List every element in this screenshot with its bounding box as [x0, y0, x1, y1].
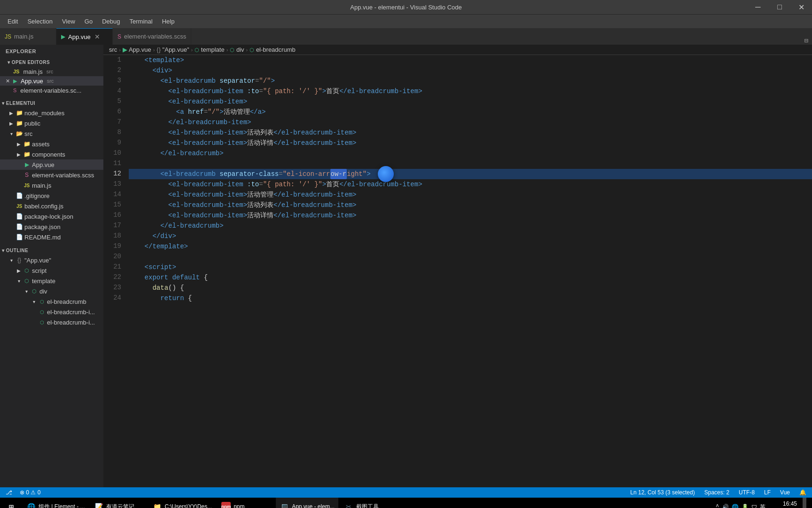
- js-icon: JS: [13, 69, 19, 74]
- file-icon: 📄: [15, 222, 23, 231]
- spacer: [8, 233, 15, 241]
- line-numbers: 1 2 3 4 5 6 7 8 9 10 11 12 13 14 15 16 1…: [103, 55, 127, 487]
- menu-item-debug[interactable]: Debug: [98, 16, 124, 27]
- close-icon-app[interactable]: ✕: [4, 77, 11, 85]
- menu-item-go[interactable]: Go: [81, 16, 96, 27]
- status-position[interactable]: Ln 12, Col 53 (3 selected): [628, 489, 696, 496]
- tray-volume-icon[interactable]: 🔊: [722, 504, 729, 508]
- sidebar-item-package-lock[interactable]: 📄 package-lock.json: [0, 211, 103, 222]
- sidebar-item-public[interactable]: ▶ 📁 public: [0, 118, 103, 128]
- minimize-button[interactable]: ─: [747, 0, 769, 14]
- sidebar-item-gitignore[interactable]: 📄 .gitignore: [0, 190, 103, 201]
- close-icon-scss[interactable]: [4, 87, 11, 94]
- menubar: Edit Selection View Go Debug Terminal He…: [0, 14, 812, 28]
- vue-icon: ▶: [13, 78, 17, 84]
- outline-item-app[interactable]: ▾ {} "App.vue": [0, 255, 103, 265]
- status-line-ending[interactable]: LF: [762, 489, 773, 496]
- sidebar-item-assets[interactable]: ▶ 📁 assets: [0, 139, 103, 149]
- sidebar-item-main-js[interactable]: JS main.js: [0, 180, 103, 190]
- taskbar-item-snipping[interactable]: ✂ 截图工具: [340, 498, 397, 508]
- tab-main-js-label: main.js: [14, 33, 33, 40]
- sidebar-item-element-scss[interactable]: S element-variables.scss: [0, 170, 103, 180]
- sidebar-item-components[interactable]: ▶ 📁 components: [0, 149, 103, 159]
- outline-item-el-breadcrumb[interactable]: ▾ ⬡ el-breadcrumb: [0, 296, 103, 307]
- outline-script-label: script: [32, 267, 47, 274]
- taskbar-item-youdao[interactable]: 📝 有道云笔记: [90, 498, 147, 508]
- tray-battery-icon[interactable]: 🔋: [742, 504, 749, 508]
- breadcrumb-app-vue[interactable]: ▶ App.vue: [123, 46, 151, 53]
- code-line-2: <div>: [129, 65, 812, 76]
- npm-icon: npm: [221, 502, 231, 508]
- package-lock-label: package-lock.json: [24, 213, 73, 220]
- system-clock[interactable]: 16:45 2019/7/6: [771, 500, 801, 508]
- status-encoding[interactable]: UTF-8: [737, 489, 757, 496]
- sidebar-item-package[interactable]: 📄 package.json: [0, 222, 103, 232]
- status-language[interactable]: Vue: [778, 489, 792, 496]
- outline-item-template[interactable]: ▾ ⬡ template: [0, 276, 103, 286]
- tray-antivirus-icon[interactable]: 🛡: [751, 504, 757, 508]
- status-spaces[interactable]: Spaces: 2: [703, 489, 731, 496]
- close-icon[interactable]: [4, 68, 11, 75]
- breadcrumb-template[interactable]: ⬡ template: [195, 46, 224, 53]
- code-line-13: <el-breadcrumb-item :to="{ path: '/' }">…: [129, 179, 812, 190]
- taskbar-item-npm[interactable]: npm npm: [218, 498, 274, 508]
- code-line-11: [129, 159, 812, 169]
- breadcrumb-sep-5: ›: [246, 47, 248, 53]
- open-editor-scss[interactable]: S element-variables.sc...: [0, 86, 103, 95]
- taskbar-item-chrome[interactable]: 🌐 组件 | Element - ...: [23, 498, 88, 508]
- menu-item-help[interactable]: Help: [158, 16, 179, 27]
- tray-ime-icon[interactable]: 英: [760, 503, 765, 508]
- code-line-12: <el-breadcrumb separator-class="el-icon-…: [129, 169, 812, 179]
- tray-up-arrow[interactable]: ^: [716, 504, 719, 508]
- line-num-4: 4: [103, 86, 121, 96]
- line-num-5: 5: [103, 96, 121, 107]
- sidebar-item-src[interactable]: ▾ 📂 src: [0, 128, 103, 139]
- status-errors[interactable]: ⊗ 0 ⚠ 0: [18, 489, 42, 496]
- outline-item-el-breadcrumb-i2[interactable]: ⬡ el-breadcrumb-i...: [0, 317, 103, 327]
- breadcrumb-div[interactable]: ⬡ div: [230, 46, 244, 53]
- maximize-button[interactable]: □: [769, 0, 790, 14]
- tray-network-icon[interactable]: 🌐: [732, 504, 739, 508]
- status-feedback-icon[interactable]: 🔔: [797, 489, 808, 496]
- editor-filename-scss: element-variables.sc...: [20, 87, 81, 94]
- chrome-icon: 🌐: [26, 502, 36, 508]
- sidebar-item-babel[interactable]: JS babel.config.js: [0, 201, 103, 211]
- line-num-23: 23: [103, 283, 121, 293]
- tab-element-variables[interactable]: S element-variables.scss: [113, 28, 191, 45]
- menu-item-view[interactable]: View: [58, 16, 79, 27]
- outline-item-el-breadcrumb-i1[interactable]: ⬡ el-breadcrumb-i...: [0, 307, 103, 317]
- close-button[interactable]: ✕: [790, 0, 812, 14]
- tab-app-vue[interactable]: ▶ App.vue ✕: [56, 28, 113, 45]
- breadcrumb-src[interactable]: src: [109, 46, 117, 53]
- sidebar-item-node-modules[interactable]: ▶ 📁 node_modules: [0, 108, 103, 118]
- sidebar-item-app-vue[interactable]: ▶ App.vue: [0, 159, 103, 170]
- status-git-icon[interactable]: ⎇: [4, 489, 14, 496]
- line-num-3: 3: [103, 76, 121, 86]
- outline-item-script[interactable]: ▶ ⬡ script: [0, 265, 103, 276]
- readme-label: README.md: [24, 234, 61, 241]
- show-desktop-button[interactable]: [803, 498, 806, 508]
- tab-main-js[interactable]: JS main.js: [0, 28, 56, 45]
- sidebar-item-readme[interactable]: 📄 README.md: [0, 232, 103, 242]
- menu-item-terminal[interactable]: Terminal: [126, 16, 156, 27]
- open-editor-app-vue[interactable]: ✕ ▶ App.vue src: [0, 76, 103, 86]
- taskbar: ⊞ 🌐 组件 | Element - ... 📝 有道云笔记 📁 C:\User…: [0, 498, 812, 508]
- menu-item-edit[interactable]: Edit: [4, 16, 22, 27]
- cursor-indicator: [378, 166, 394, 182]
- tag-icon: ⬡: [23, 277, 31, 285]
- code-content[interactable]: <template> <div> <el-breadcrumb separato…: [127, 55, 812, 487]
- taskbar-item-explorer[interactable]: 📁 C:\Users\YY\Des...: [148, 498, 216, 508]
- outline-item-div[interactable]: ▾ ⬡ div: [0, 286, 103, 296]
- titlebar-title: App.vue - elementui - Visual Studio Code: [350, 4, 462, 11]
- clock-time: 16:45: [775, 500, 797, 507]
- breadcrumb-app-vue-string[interactable]: {} "App.vue": [156, 46, 189, 53]
- line-num-12: 12: [103, 169, 121, 179]
- split-editor-icon[interactable]: ⊟: [804, 37, 808, 45]
- tab-close-button[interactable]: ✕: [94, 33, 101, 40]
- breadcrumb-el-breadcrumb[interactable]: ⬡ el-breadcrumb: [250, 46, 295, 53]
- menu-item-selection[interactable]: Selection: [23, 16, 56, 27]
- windows-start-button[interactable]: ⊞: [2, 498, 21, 508]
- assets-label: assets: [32, 141, 50, 148]
- open-editor-main-js[interactable]: JS main.js src: [0, 67, 103, 76]
- taskbar-item-vscode[interactable]: 💻 App.vue - elem...: [276, 498, 338, 508]
